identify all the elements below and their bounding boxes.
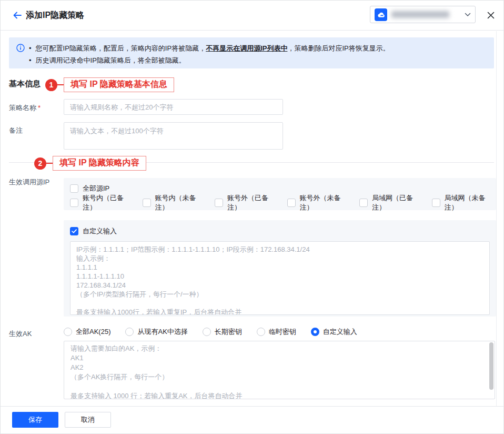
checkbox-out-account-unnoted[interactable]: 账号外（未备注） [287,193,346,212]
radio-icon [257,328,265,336]
save-button[interactable]: 保存 [12,412,58,428]
custom-ip-panel: 自定义输入 [64,220,496,317]
page-title: 添加IP隐藏策略 [26,10,84,21]
page-scrollbar-track[interactable] [496,31,503,406]
checkbox-lan-noted[interactable]: 局域网（已备注） [359,193,418,212]
top-bar: 添加IP隐藏策略 [1,1,504,31]
bullet-dot: • [29,54,32,66]
checkbox-lan-unnoted[interactable]: 局域网（未备注） [432,193,490,212]
project-name-redacted [391,11,449,18]
info-circle-icon [16,44,25,66]
effective-ak-label: 生效AK [9,329,32,339]
radio-selected-icon [311,328,319,336]
close-icon [487,12,495,21]
annotation-badge-2: 2 [34,157,46,170]
custom-ip-textarea[interactable] [70,241,490,315]
checkbox-icon [287,199,296,207]
policy-name-input[interactable] [64,99,283,115]
source-ip-type-panel: 全部源IP 账号内（已备注） 账号内（未备注） 账号外（已备注） 账号外（未备注… [64,178,496,210]
radio-long-term-key[interactable]: 长期密钥 [203,327,242,337]
back-button[interactable] [11,9,24,22]
remark-textarea[interactable] [64,122,283,150]
checkbox-icon [143,199,151,207]
annotation-connector [46,163,53,164]
radio-icon [64,328,72,336]
project-selector[interactable] [370,6,476,23]
footer-divider [1,406,504,407]
banner-text-2: 历史调用记录命中IP隐藏策略后，将全部被隐藏。 [36,54,186,66]
annotation-label-2: 填写 IP 隐藏策略内容 [53,156,146,171]
radio-temporary-key[interactable]: 临时密钥 [257,327,296,337]
checkbox-icon [432,199,440,207]
checkbox-icon [70,199,78,207]
bullet-dot: • [29,42,32,54]
radio-choose-existing-ak[interactable]: 从现有AK中选择 [125,327,187,337]
checkbox-checked-icon [70,227,78,235]
section-title-basic-info: 基本信息 [9,79,41,89]
checkbox-custom-input[interactable]: 自定义输入 [70,226,117,236]
cancel-button[interactable]: 取消 [65,412,111,428]
close-button[interactable] [485,9,497,22]
checkbox-icon [215,199,223,207]
banner-text-1: 您可配置IP隐藏策略，配置后，策略内容的IP将被隐藏，不再显示在调用源IP列表中… [36,42,390,54]
radio-icon [125,328,134,336]
checkbox-in-account-noted[interactable]: 账号内（已备注） [70,193,128,212]
arrow-left-icon [13,11,22,21]
checkbox-all-source-ip[interactable]: 全部源IP [70,184,109,193]
banner-emphasis: 不再显示在调用源IP列表中 [206,44,287,52]
annotation-badge-1: 1 [45,79,57,91]
remark-label: 备注 [9,126,23,135]
cloud-icon [375,8,387,21]
checkbox-icon [359,199,368,207]
ak-radio-group: 全部AK(25) 从现有AK中选择 长期密钥 临时密钥 自定义输入 [64,327,372,337]
info-banner: • 您可配置IP隐藏策略，配置后，策略内容的IP将被隐藏，不再显示在调用源IP列… [9,37,494,68]
annotation-step-2: 2 填写 IP 隐藏策略内容 [34,156,146,171]
required-asterisk: * [38,104,41,112]
banner-bullet-1: • 您可配置IP隐藏策略，配置后，策略内容的IP将被隐藏，不再显示在调用源IP列… [29,42,390,54]
radio-custom-input[interactable]: 自定义输入 [311,327,357,337]
radio-icon [203,328,211,336]
checkbox-in-account-unnoted[interactable]: 账号内（未备注） [143,193,201,212]
checkbox-out-account-noted[interactable]: 账号外（已备注） [215,193,273,212]
textarea-scrollbar-thumb[interactable] [489,342,493,390]
radio-all-ak[interactable]: 全部AK(25) [64,327,110,337]
banner-bullet-2: • 历史调用记录命中IP隐藏策略后，将全部被隐藏。 [29,54,390,66]
checkbox-icon [70,184,78,193]
chevron-down-icon [465,13,471,17]
annotation-label-1: 填写 IP 隐藏策略基本信息 [64,77,174,92]
policy-name-label: 策略名称* [9,103,41,113]
custom-ak-textarea[interactable] [64,341,495,399]
annotation-step-1: 1 填写 IP 隐藏策略基本信息 [45,77,174,92]
annotation-connector [57,84,64,85]
ak-textarea-wrap [64,341,495,399]
source-ip-label: 生效调用源IP [9,177,49,187]
